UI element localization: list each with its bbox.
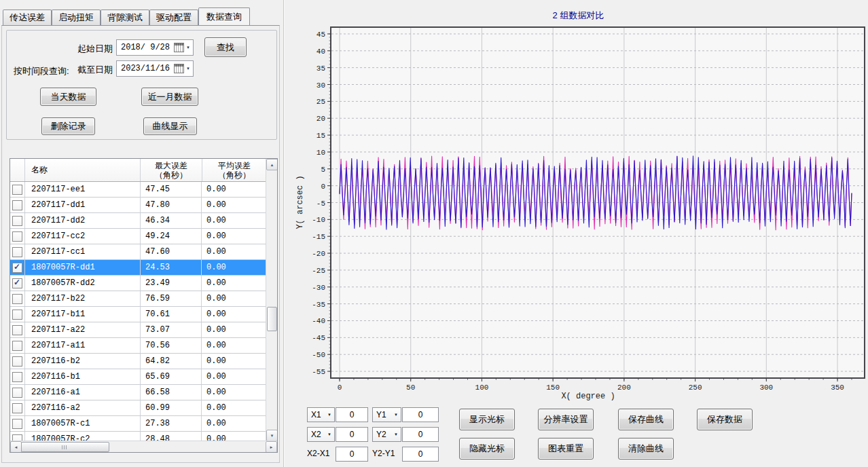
vertical-scroll-thumb[interactable] xyxy=(267,307,277,331)
y2-select[interactable]: Y2▼ xyxy=(372,427,401,442)
tab-bar: 传达误差启动扭矩背隙测试驱动配置数据查询 xyxy=(3,7,250,25)
row-checkbox[interactable] xyxy=(12,341,22,351)
row-max-error: 73.07 xyxy=(141,322,202,337)
checkbox-cell xyxy=(10,276,25,291)
last-month-data-button[interactable]: 近一月数据 xyxy=(141,88,198,106)
row-checkbox[interactable] xyxy=(12,216,22,226)
row-checkbox[interactable] xyxy=(12,247,22,257)
row-checkbox[interactable] xyxy=(12,294,22,304)
table-row[interactable]: 2207117-dd246.340.00 xyxy=(10,213,266,229)
x2-value-input[interactable] xyxy=(336,427,368,442)
save-data-button[interactable]: 保存数据 xyxy=(697,409,753,430)
chevron-down-icon[interactable]: ▼ xyxy=(186,67,190,71)
scroll-left-icon[interactable]: ◄ xyxy=(10,441,22,453)
curve-display-button[interactable]: 曲线显示 xyxy=(143,117,197,135)
tab-start-torque[interactable]: 启动扭矩 xyxy=(52,10,101,25)
chart-plot[interactable]: 050100150200250300350454035302520151050-… xyxy=(289,0,868,406)
vertical-scrollbar[interactable]: ▲ ▼ xyxy=(266,159,277,441)
y-tick-label: 0 xyxy=(321,183,325,191)
x-tick-label: 200 xyxy=(617,384,631,392)
table-row[interactable]: 18070057R-dd124.530.00 xyxy=(10,260,266,276)
row-checkbox[interactable] xyxy=(12,356,22,367)
y2-value-input[interactable] xyxy=(402,427,439,442)
search-button[interactable]: 查找 xyxy=(204,37,247,57)
table-row[interactable]: 2207117-ee147.450.00 xyxy=(10,182,266,198)
row-checkbox[interactable] xyxy=(12,185,22,195)
scroll-right-icon[interactable]: ► xyxy=(266,441,277,453)
tab-data-query[interactable]: 数据查询 xyxy=(198,7,250,25)
tab-transfer-error[interactable]: 传达误差 xyxy=(3,10,52,25)
row-checkbox[interactable] xyxy=(12,278,22,288)
checkbox-cell xyxy=(10,322,25,337)
clear-curve-button[interactable]: 清除曲线 xyxy=(618,438,674,460)
table-row[interactable]: 2207116-a166.580.00 xyxy=(10,385,266,400)
table-row[interactable]: 2207117-a2273.070.00 xyxy=(10,322,266,338)
x1-value-input[interactable] xyxy=(336,407,368,422)
table-row[interactable]: 2207116-b264.820.00 xyxy=(10,354,266,369)
header-name[interactable]: 名称 xyxy=(25,159,141,181)
horizontal-scroll-thumb[interactable] xyxy=(21,442,109,452)
row-checkbox[interactable] xyxy=(12,388,22,398)
row-avg-error: 0.00 xyxy=(202,244,266,259)
x2x1-value-input[interactable] xyxy=(336,447,368,462)
x-tick-label: 150 xyxy=(546,384,560,392)
y-tick-label: 45 xyxy=(317,31,325,39)
row-name: 18070057R-dd2 xyxy=(25,276,141,291)
end-date-picker[interactable]: 2023/11/16 ▼ xyxy=(116,60,194,77)
tab-drive-config[interactable]: 驱动配置 xyxy=(149,10,198,25)
row-checkbox[interactable] xyxy=(12,372,22,382)
table-row[interactable]: 2207116-b165.690.00 xyxy=(10,369,266,385)
header-avg-error[interactable]: 平均误差 （角秒） xyxy=(202,159,266,181)
table-row[interactable]: 18070057R-c127.380.00 xyxy=(10,416,266,432)
row-checkbox[interactable] xyxy=(12,403,22,413)
table-row[interactable]: 18070057R-dd223.490.00 xyxy=(10,276,266,291)
x-axis-label: X( degree ) xyxy=(561,392,615,401)
table-row[interactable]: 2207117-cc147.600.00 xyxy=(10,244,266,260)
chevron-down-icon: ▼ xyxy=(327,413,331,417)
calendar-icon[interactable] xyxy=(174,64,184,73)
row-checkbox[interactable] xyxy=(12,200,22,210)
chart-reset-button[interactable]: 图表重置 xyxy=(538,438,594,460)
row-name: 2207117-dd1 xyxy=(25,198,141,212)
y1-value-input[interactable] xyxy=(402,407,439,422)
x1-select[interactable]: X1▼ xyxy=(307,407,335,422)
start-date-picker[interactable]: 2018/ 9/28 ▼ xyxy=(116,39,194,56)
query-groupbox: 按时间段查询: 起始日期 2018/ 9/28 ▼ 截至日期 2023/11/1… xyxy=(6,30,277,140)
header-max-error[interactable]: 最大误差 （角秒） xyxy=(141,159,202,181)
table-body: 2207117-ee147.450.002207117-dd147.800.00… xyxy=(10,182,266,441)
row-checkbox[interactable] xyxy=(12,419,22,429)
row-max-error: 49.24 xyxy=(141,229,202,244)
chevron-down-icon[interactable]: ▼ xyxy=(186,45,190,50)
hide-cursor-button[interactable]: 隐藏光标 xyxy=(459,438,515,460)
show-cursor-button[interactable]: 显示光标 xyxy=(459,409,515,430)
table-row[interactable]: 2207117-b1170.610.00 xyxy=(10,307,266,322)
save-curve-button[interactable]: 保存曲线 xyxy=(618,409,674,430)
start-date-value: 2018/ 9/28 xyxy=(117,43,174,52)
scroll-up-icon[interactable]: ▲ xyxy=(266,159,278,170)
table-row[interactable]: 2207116-a260.990.00 xyxy=(10,400,266,416)
table-row[interactable]: 18070057R-c228.480.00 xyxy=(10,432,266,441)
table-row[interactable]: 2207117-dd147.800.00 xyxy=(10,198,266,213)
row-checkbox[interactable] xyxy=(12,310,22,320)
resolution-settings-button[interactable]: 分辨率设置 xyxy=(538,409,594,430)
table-row[interactable]: 2207117-a1170.560.00 xyxy=(10,338,266,354)
x2-select[interactable]: X2▼ xyxy=(307,427,335,442)
table-row[interactable]: 2207117-b2276.590.00 xyxy=(10,291,266,307)
row-name: 18070057R-c1 xyxy=(25,416,141,431)
row-checkbox[interactable] xyxy=(12,231,22,242)
checkbox-cell xyxy=(10,307,25,322)
tab-backlash-test[interactable]: 背隙测试 xyxy=(101,10,149,25)
row-checkbox[interactable] xyxy=(12,263,22,273)
y1-select[interactable]: Y1▼ xyxy=(372,407,401,422)
row-avg-error: 0.00 xyxy=(202,400,266,415)
row-name: 18070057R-dd1 xyxy=(25,260,141,275)
today-data-button[interactable]: 当天数据 xyxy=(40,88,96,106)
y2y1-value-input[interactable] xyxy=(402,447,439,462)
table-row[interactable]: 2207117-cc249.240.00 xyxy=(10,229,266,244)
checkbox-cell xyxy=(10,338,25,353)
horizontal-scrollbar[interactable]: ◄ ► xyxy=(10,441,277,452)
calendar-icon[interactable] xyxy=(174,43,184,52)
delete-record-button[interactable]: 删除记录 xyxy=(41,117,95,135)
scroll-down-icon[interactable]: ▼ xyxy=(266,430,278,441)
row-checkbox[interactable] xyxy=(12,325,22,335)
